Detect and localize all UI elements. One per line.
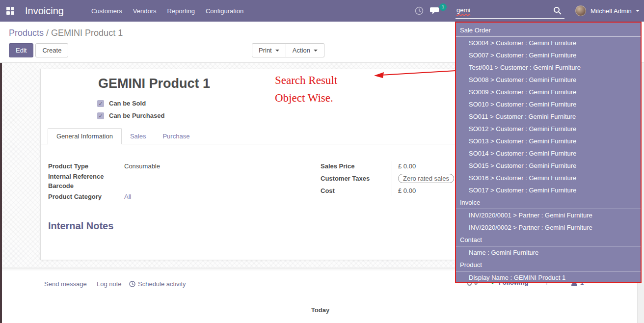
search-result-item[interactable]: SO015 > Customer : Gemini Furniture (456, 160, 641, 172)
user-menu[interactable]: Mitchell Admin (575, 0, 640, 22)
internal-notes-heading: Internal Notes (48, 220, 113, 232)
activities-clock-icon[interactable] (415, 6, 424, 17)
sales-price-label: Sales Price (321, 162, 398, 170)
messages-badge: 1 (439, 3, 447, 11)
create-button[interactable]: Create (35, 43, 68, 57)
user-avatar (575, 5, 586, 16)
internal-reference-label: Internal Reference (48, 173, 124, 180)
product-category-value[interactable]: All (124, 193, 131, 200)
search-result-item[interactable]: SO007 > Customer : Gemini Furniture (456, 49, 641, 61)
barcode-label: Barcode (48, 182, 124, 189)
section-header-product: Product (456, 259, 641, 271)
can-be-sold-label: Can be Sold (109, 100, 146, 107)
action-button[interactable]: Action (286, 43, 324, 57)
search-input[interactable]: gemi (456, 4, 564, 19)
section-items-invoice: INV/2020/0001 > Partner : Gemini Furnitu… (456, 209, 641, 234)
clock-icon (129, 281, 135, 287)
annotation-arrow (363, 67, 461, 81)
section-header-invoice: Invoice (456, 196, 641, 209)
search-results-dropdown: Sale Order SO004 > Customer : Gemini Fur… (455, 22, 642, 283)
breadcrumb-products-link[interactable]: Products (9, 28, 44, 38)
fields-left-column: Product Type Consumable Internal Referen… (48, 160, 279, 202)
product-type-value: Consumable (124, 162, 160, 170)
cost-value: £ 0.00 (398, 187, 416, 194)
section-items-contact: Name : Gemini Furniture (456, 246, 641, 259)
chevron-down-icon (636, 10, 640, 12)
send-message-button[interactable]: Send message (44, 280, 87, 288)
sales-price-value: £ 0.00 (398, 162, 416, 170)
product-title: GEMINI Product 1 (98, 76, 210, 91)
menu-customers[interactable]: Customers (91, 7, 122, 15)
breadcrumb-current: GEMINI Product 1 (51, 28, 123, 38)
top-navbar: Invoicing Customers Vendors Reporting Co… (0, 0, 644, 22)
search-result-item[interactable]: SO011 > Customer : Gemini Furniture (456, 110, 641, 123)
user-name: Mitchell Admin (590, 7, 632, 15)
print-button[interactable]: Print (252, 43, 286, 57)
search-result-item[interactable]: SO009 > Customer : Gemini Furniture (456, 86, 641, 98)
section-header-contact: Contact (456, 234, 641, 246)
section-items-sale-order: SO004 > Customer : Gemini FurnitureSO007… (456, 37, 641, 196)
customer-taxes-label: Customer Taxes (321, 175, 398, 182)
search-result-item[interactable]: INV/2020/0002 > Partner : Gemini Furnitu… (456, 221, 641, 234)
can-be-purchased-checkbox[interactable]: ✓ (97, 112, 104, 119)
chevron-down-icon (314, 50, 318, 52)
search-result-item[interactable]: SO012 > Customer : Gemini Furniture (456, 123, 641, 135)
page: Invoicing Customers Vendors Reporting Co… (0, 0, 644, 323)
customer-taxes-tag[interactable]: Zero rated sales (398, 174, 454, 183)
search-result-item[interactable]: SO013 > Customer : Gemini Furniture (456, 135, 641, 147)
search-result-item[interactable]: SO008 > Customer : Gemini Furniture (456, 74, 641, 86)
tab-general-information[interactable]: General Information (48, 128, 122, 144)
product-category-label: Product Category (48, 193, 124, 200)
tab-sales[interactable]: Sales (122, 129, 155, 144)
apps-menu-icon[interactable] (6, 7, 14, 15)
app-name[interactable]: Invoicing (25, 5, 64, 17)
date-divider-label: Today (303, 306, 337, 314)
search-result-item[interactable]: Name : Gemini Furniture (456, 246, 641, 259)
search-query-text: gemi (456, 6, 470, 14)
search-result-item[interactable]: SO004 > Customer : Gemini Furniture (456, 37, 641, 49)
menu-reporting[interactable]: Reporting (167, 7, 195, 15)
product-type-label: Product Type (48, 162, 124, 170)
can-be-sold-checkbox[interactable]: ✓ (97, 100, 104, 107)
annotation-text: Search Result Object Wise. (275, 72, 337, 107)
search-result-item[interactable]: Display Name : GEMINI Product 1 (456, 271, 641, 283)
log-note-button[interactable]: Log note (97, 280, 122, 288)
date-divider: Today (42, 306, 599, 314)
schedule-activity-button[interactable]: Schedule activity (129, 280, 186, 288)
edit-button[interactable]: Edit (9, 43, 33, 57)
section-items-product: Display Name : GEMINI Product 1 (456, 271, 641, 283)
search-result-item[interactable]: SO017 > Customer : Gemini Furniture (456, 184, 641, 196)
menu-vendors[interactable]: Vendors (133, 7, 157, 15)
menu-configuration[interactable]: Configuration (206, 7, 243, 15)
left-edge-strip (0, 63, 2, 323)
search-result-item[interactable]: Test/001 > Customer : Gemini Furniture (456, 61, 641, 74)
breadcrumb: Products / GEMINI Product 1 (9, 28, 123, 38)
can-be-purchased-row: ✓ Can be Purchased (97, 112, 164, 119)
cost-label: Cost (321, 187, 398, 194)
search-result-item[interactable]: SO010 > Customer : Gemini Furniture (456, 98, 641, 110)
search-result-item[interactable]: SO016 > Customer : Gemini Furniture (456, 172, 641, 184)
search-result-item[interactable]: SO014 > Customer : Gemini Furniture (456, 147, 641, 160)
search-icon[interactable] (553, 6, 562, 17)
can-be-sold-row: ✓ Can be Sold (97, 100, 146, 107)
section-header-sale-order: Sale Order (456, 24, 641, 37)
tab-purchase[interactable]: Purchase (154, 129, 198, 144)
chevron-down-icon (275, 50, 279, 52)
breadcrumb-separator: / (46, 28, 49, 38)
search-result-item[interactable]: INV/2020/0001 > Partner : Gemini Furnitu… (456, 209, 641, 221)
can-be-purchased-label: Can be Purchased (109, 112, 164, 119)
